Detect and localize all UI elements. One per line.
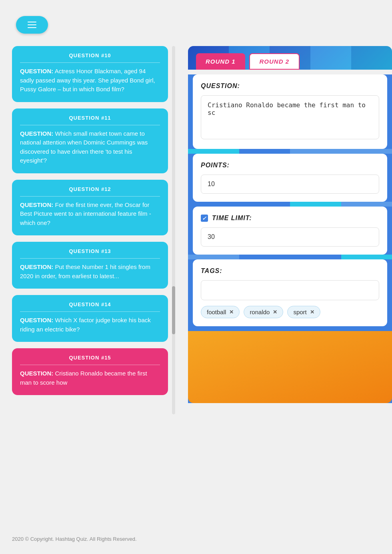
question-number: QUESTION #11 [20,115,160,125]
points-section: POINTS: [193,154,387,202]
hamburger-icon [28,22,36,28]
tag-chip-ronaldo: ronaldo ✕ [244,306,283,318]
accent-segment-7 [188,255,239,259]
question-text: QUESTION: Which X factor judge broke his… [20,316,160,334]
question-section: QUESTION: [193,74,387,149]
tabs-row: ROUND 1 ROUND 2 [196,53,384,70]
accent-segment-8 [239,255,341,259]
question-card-10[interactable]: QUESTION #10 QUESTION: Actress Honor Bla… [12,46,168,102]
tags-input[interactable] [201,280,379,300]
tags-section: TAGS: football ✕ ronaldo ✕ sport ✕ [193,259,387,326]
tags-chips: football ✕ ronaldo ✕ sport ✕ [201,306,379,318]
question-input[interactable] [201,95,379,139]
question-text: QUESTION: For the first time ever, the O… [20,201,160,228]
tag-chip-sport: sport ✕ [287,306,320,318]
tab-round2[interactable]: ROUND 2 [249,53,300,70]
time-limit-section: TIME LIMIT: [193,207,387,255]
tab-round1[interactable]: ROUND 1 [196,53,245,70]
footer: 2020 © Copyright. Hashtag Quiz. All Righ… [12,536,137,542]
question-text: QUESTION: Which small market town came t… [20,129,160,165]
accent-segment-6 [341,202,392,207]
accent-segment-9 [341,255,392,259]
tag-ronaldo-label: ronaldo [250,309,270,315]
accent-segment-5 [290,202,341,207]
accent-segment-4 [188,202,290,207]
question-text: QUESTION: Cristiano Ronaldo became the f… [20,369,160,387]
tabs-header: ROUND 1 ROUND 2 [188,46,392,70]
tag-football-remove[interactable]: ✕ [229,309,234,315]
question-number: QUESTION #13 [20,248,160,259]
tag-sport-remove[interactable]: ✕ [310,309,314,315]
question-number: QUESTION #10 [20,52,160,63]
time-limit-label: TIME LIMIT: [201,215,379,222]
question-card-12[interactable]: QUESTION #12 QUESTION: For the first tim… [12,180,168,236]
tag-chip-football: football ✕ [201,306,240,318]
points-label: POINTS: [201,162,379,169]
accent-bar-2 [188,202,392,207]
points-input[interactable] [201,175,379,194]
question-card-15[interactable]: QUESTION #15 QUESTION: Cristiano Ronaldo… [12,348,168,395]
accent-segment-3 [290,149,392,154]
accent-bar-3 [188,255,392,259]
accent-bar-1 [188,149,392,154]
tags-label: TAGS: [201,267,379,275]
editor-panel: ROUND 1 ROUND 2 QUESTION: POINTS: [188,46,392,403]
question-text: QUESTION: Actress Honor Blackman, aged 9… [20,67,160,94]
question-card-13[interactable]: QUESTION #13 QUESTION: Put these Number … [12,242,168,289]
question-card-11[interactable]: QUESTION #11 QUESTION: Which small marke… [12,108,168,173]
scrollbar-thumb[interactable] [172,286,175,334]
question-card-14[interactable]: QUESTION #14 QUESTION: Which X factor ju… [12,295,168,342]
tag-football-label: football [207,309,226,315]
time-limit-checkbox[interactable] [201,215,208,222]
question-field-label: QUESTION: [201,82,379,90]
orange-footer [188,331,392,403]
scrollbar-track[interactable] [172,46,175,414]
footer-text: 2020 © Copyright. Hashtag Quiz. All Righ… [12,536,137,542]
menu-button[interactable] [16,16,48,34]
question-number: QUESTION #12 [20,186,160,197]
tag-sport-label: sport [293,309,306,315]
accent-segment-1 [188,149,239,154]
time-limit-input[interactable] [201,227,379,247]
tag-ronaldo-remove[interactable]: ✕ [273,309,277,315]
question-number: QUESTION #15 [20,355,160,365]
question-list: QUESTION #10 QUESTION: Actress Honor Bla… [12,46,168,395]
question-number: QUESTION #14 [20,301,160,312]
accent-segment-2 [239,149,290,154]
question-text: QUESTION: Put these Number 1 hit singles… [20,263,160,281]
